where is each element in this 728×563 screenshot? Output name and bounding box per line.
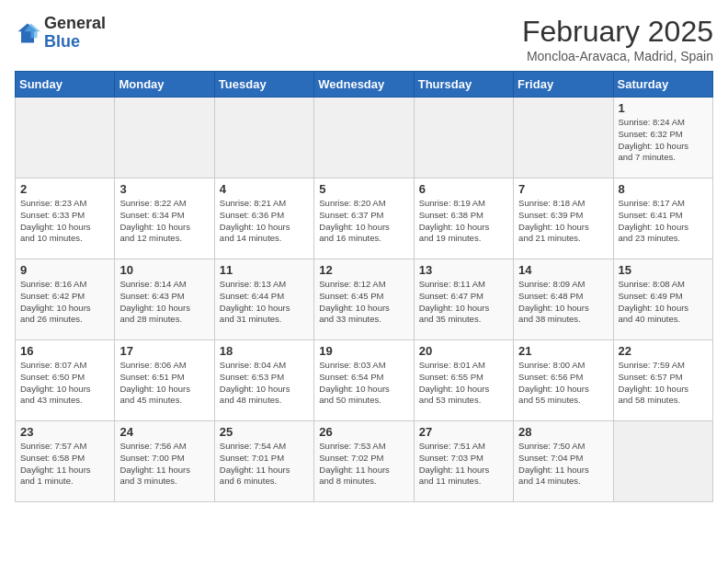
day-info: Sunrise: 8:18 AM Sunset: 6:39 PM Dayligh…	[518, 198, 608, 245]
logo-blue: Blue	[44, 33, 106, 52]
logo-icon	[15, 20, 40, 46]
week-row-2: 2Sunrise: 8:23 AM Sunset: 6:33 PM Daylig…	[16, 178, 713, 259]
day-cell	[414, 98, 513, 178]
weekday-header-sunday: Sunday	[16, 72, 115, 98]
day-number: 22	[619, 344, 708, 358]
day-number: 8	[619, 182, 708, 196]
day-info: Sunrise: 7:57 AM Sunset: 6:58 PM Dayligh…	[20, 441, 109, 488]
day-cell	[214, 98, 313, 178]
day-info: Sunrise: 8:12 AM Sunset: 6:45 PM Dayligh…	[319, 279, 408, 326]
weekday-header-wednesday: Wednesday	[314, 72, 414, 98]
day-cell: 5Sunrise: 8:20 AM Sunset: 6:37 PM Daylig…	[314, 178, 414, 259]
day-cell: 7Sunrise: 8:18 AM Sunset: 6:39 PM Daylig…	[514, 178, 613, 259]
day-info: Sunrise: 7:59 AM Sunset: 6:57 PM Dayligh…	[619, 360, 708, 407]
day-cell: 18Sunrise: 8:04 AM Sunset: 6:53 PM Dayli…	[214, 340, 313, 421]
calendar: SundayMondayTuesdayWednesdayThursdayFrid…	[15, 71, 713, 502]
day-cell: 19Sunrise: 8:03 AM Sunset: 6:54 PM Dayli…	[314, 340, 414, 421]
day-cell: 27Sunrise: 7:51 AM Sunset: 7:03 PM Dayli…	[414, 421, 513, 502]
day-info: Sunrise: 7:56 AM Sunset: 7:00 PM Dayligh…	[119, 441, 209, 488]
day-cell: 10Sunrise: 8:14 AM Sunset: 6:43 PM Dayli…	[115, 259, 214, 340]
day-number: 4	[220, 182, 309, 196]
day-number: 11	[220, 263, 309, 277]
day-info: Sunrise: 8:16 AM Sunset: 6:42 PM Dayligh…	[20, 279, 109, 326]
day-cell: 23Sunrise: 7:57 AM Sunset: 6:58 PM Dayli…	[16, 421, 115, 502]
day-number: 5	[319, 182, 408, 196]
day-info: Sunrise: 8:17 AM Sunset: 6:41 PM Dayligh…	[619, 198, 708, 245]
day-cell: 3Sunrise: 8:22 AM Sunset: 6:34 PM Daylig…	[115, 178, 214, 259]
day-number: 20	[419, 344, 508, 358]
title-area: February 2025 Moncloa-Aravaca, Madrid, S…	[522, 15, 713, 63]
day-cell: 6Sunrise: 8:19 AM Sunset: 6:38 PM Daylig…	[414, 178, 513, 259]
day-number: 26	[319, 425, 408, 439]
logo-text: General Blue	[44, 15, 106, 52]
day-number: 15	[619, 263, 708, 277]
day-cell	[16, 98, 115, 178]
day-info: Sunrise: 8:13 AM Sunset: 6:44 PM Dayligh…	[220, 279, 309, 326]
day-info: Sunrise: 8:22 AM Sunset: 6:34 PM Dayligh…	[119, 198, 209, 245]
day-info: Sunrise: 8:03 AM Sunset: 6:54 PM Dayligh…	[319, 360, 408, 407]
day-number: 27	[419, 425, 508, 439]
day-cell: 4Sunrise: 8:21 AM Sunset: 6:36 PM Daylig…	[214, 178, 313, 259]
weekday-header-saturday: Saturday	[613, 72, 712, 98]
day-cell: 24Sunrise: 7:56 AM Sunset: 7:00 PM Dayli…	[115, 421, 214, 502]
day-cell	[115, 98, 214, 178]
week-row-5: 23Sunrise: 7:57 AM Sunset: 6:58 PM Dayli…	[16, 421, 713, 502]
day-number: 7	[518, 182, 608, 196]
day-info: Sunrise: 8:01 AM Sunset: 6:55 PM Dayligh…	[419, 360, 508, 407]
weekday-header-monday: Monday	[115, 72, 214, 98]
day-cell	[314, 98, 414, 178]
day-number: 2	[20, 182, 109, 196]
day-number: 23	[20, 425, 109, 439]
day-cell: 28Sunrise: 7:50 AM Sunset: 7:04 PM Dayli…	[514, 421, 613, 502]
week-row-3: 9Sunrise: 8:16 AM Sunset: 6:42 PM Daylig…	[16, 259, 713, 340]
weekday-header-thursday: Thursday	[414, 72, 513, 98]
day-number: 6	[419, 182, 508, 196]
day-cell: 16Sunrise: 8:07 AM Sunset: 6:50 PM Dayli…	[16, 340, 115, 421]
day-info: Sunrise: 8:07 AM Sunset: 6:50 PM Dayligh…	[20, 360, 109, 407]
day-number: 25	[220, 425, 309, 439]
weekday-header-tuesday: Tuesday	[214, 72, 313, 98]
day-info: Sunrise: 8:14 AM Sunset: 6:43 PM Dayligh…	[119, 279, 209, 326]
day-cell: 26Sunrise: 7:53 AM Sunset: 7:02 PM Dayli…	[314, 421, 414, 502]
week-row-4: 16Sunrise: 8:07 AM Sunset: 6:50 PM Dayli…	[16, 340, 713, 421]
day-cell: 8Sunrise: 8:17 AM Sunset: 6:41 PM Daylig…	[613, 178, 712, 259]
day-number: 17	[119, 344, 209, 358]
page-header: General Blue February 2025 Moncloa-Arava…	[15, 15, 713, 63]
day-number: 21	[518, 344, 608, 358]
day-info: Sunrise: 8:21 AM Sunset: 6:36 PM Dayligh…	[220, 198, 309, 245]
day-cell: 17Sunrise: 8:06 AM Sunset: 6:51 PM Dayli…	[115, 340, 214, 421]
day-info: Sunrise: 8:04 AM Sunset: 6:53 PM Dayligh…	[220, 360, 309, 407]
logo: General Blue	[15, 15, 106, 52]
day-cell: 15Sunrise: 8:08 AM Sunset: 6:49 PM Dayli…	[613, 259, 712, 340]
day-cell: 9Sunrise: 8:16 AM Sunset: 6:42 PM Daylig…	[16, 259, 115, 340]
day-info: Sunrise: 8:00 AM Sunset: 6:56 PM Dayligh…	[518, 360, 608, 407]
weekday-header-friday: Friday	[514, 72, 613, 98]
day-number: 14	[518, 263, 608, 277]
month-title: February 2025	[522, 15, 713, 49]
day-info: Sunrise: 7:51 AM Sunset: 7:03 PM Dayligh…	[419, 441, 508, 488]
week-row-1: 1Sunrise: 8:24 AM Sunset: 6:32 PM Daylig…	[16, 98, 713, 178]
day-number: 24	[119, 425, 209, 439]
day-info: Sunrise: 8:19 AM Sunset: 6:38 PM Dayligh…	[419, 198, 508, 245]
day-info: Sunrise: 8:09 AM Sunset: 6:48 PM Dayligh…	[518, 279, 608, 326]
day-number: 13	[419, 263, 508, 277]
day-cell	[613, 421, 712, 502]
day-cell: 21Sunrise: 8:00 AM Sunset: 6:56 PM Dayli…	[514, 340, 613, 421]
location: Moncloa-Aravaca, Madrid, Spain	[522, 49, 713, 63]
day-cell: 14Sunrise: 8:09 AM Sunset: 6:48 PM Dayli…	[514, 259, 613, 340]
day-number: 1	[619, 101, 708, 115]
day-number: 28	[518, 425, 608, 439]
day-number: 12	[319, 263, 408, 277]
day-number: 10	[119, 263, 209, 277]
day-info: Sunrise: 8:11 AM Sunset: 6:47 PM Dayligh…	[419, 279, 508, 326]
day-info: Sunrise: 8:24 AM Sunset: 6:32 PM Dayligh…	[619, 117, 708, 164]
day-cell	[514, 98, 613, 178]
day-info: Sunrise: 8:06 AM Sunset: 6:51 PM Dayligh…	[119, 360, 209, 407]
day-cell: 11Sunrise: 8:13 AM Sunset: 6:44 PM Dayli…	[214, 259, 313, 340]
weekday-header-row: SundayMondayTuesdayWednesdayThursdayFrid…	[16, 72, 713, 98]
day-info: Sunrise: 7:53 AM Sunset: 7:02 PM Dayligh…	[319, 441, 408, 488]
day-cell: 1Sunrise: 8:24 AM Sunset: 6:32 PM Daylig…	[613, 98, 712, 178]
day-number: 3	[119, 182, 209, 196]
day-cell: 22Sunrise: 7:59 AM Sunset: 6:57 PM Dayli…	[613, 340, 712, 421]
day-cell: 12Sunrise: 8:12 AM Sunset: 6:45 PM Dayli…	[314, 259, 414, 340]
